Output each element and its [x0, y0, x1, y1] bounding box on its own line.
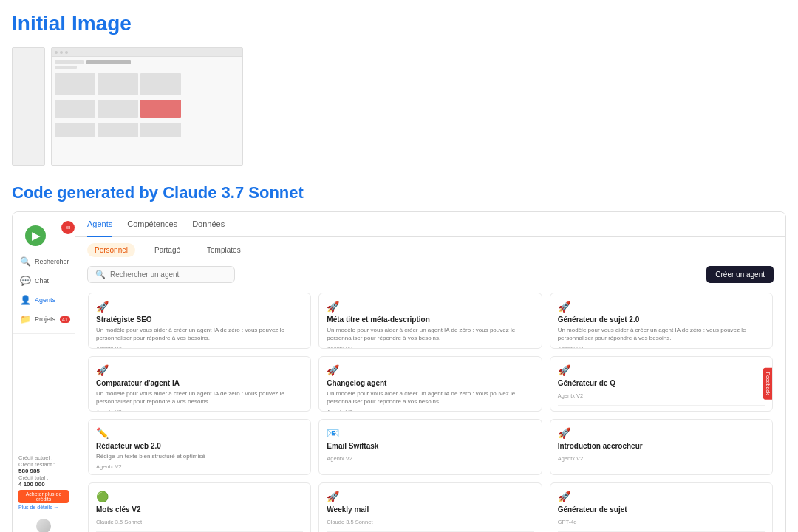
- agent-card: 🚀 Weekly mail Claude 3.5 Sonnet Démarrer…: [318, 482, 542, 533]
- main-tab-compétences[interactable]: Compétences: [127, 212, 177, 237]
- buy-credits-button[interactable]: Acheter plus de crédits: [18, 490, 69, 503]
- sidebar-item-chat[interactable]: 💬 Chat: [13, 271, 75, 290]
- agent-desc: Rédige un texte bien structuré et optimi…: [96, 452, 303, 460]
- sidebar-credits: Crédit actuel : Crédit restant : 580 985…: [13, 450, 75, 514]
- sidebar-icon-Agents: 👤: [20, 295, 30, 305]
- agent-icon: ✏️: [96, 427, 303, 439]
- agent-version: Agentx V2: [327, 409, 533, 412]
- page-wrapper: Initial Image: [0, 0, 798, 532]
- start-chat-link[interactable]: Démarrer un chat: [558, 468, 765, 475]
- sidebar-nav: 🔍 Rechercher 💬 Chat 👤 Agents 📁 Projets 4…: [13, 252, 75, 329]
- agent-card: 🟢 Mots clés V2 Claude 3.5 Sonnet Démarre…: [88, 482, 311, 533]
- image-thumbnail: [12, 47, 45, 166]
- sub-tab-templates[interactable]: Templates: [200, 243, 248, 257]
- sidebar: ▶ 88 🔍 Rechercher 💬 Chat 👤 Agents 📁 Proj…: [13, 212, 75, 532]
- agent-desc: Un modèle pour vous aider à créer un age…: [327, 326, 533, 342]
- start-chat-link[interactable]: Démarrer un chat: [327, 468, 533, 475]
- agent-icon: 📧: [327, 427, 533, 439]
- app-container: ▶ 88 🔍 Rechercher 💬 Chat 👤 Agents 📁 Proj…: [12, 211, 786, 532]
- agent-title: Introduction accrocheur: [558, 442, 765, 450]
- search-create-bar: 🔍 Créer un agent: [75, 263, 785, 289]
- agent-card: 🚀 Stratégiste SEO Un modèle pour vous ai…: [88, 293, 311, 349]
- search-icon: 🔍: [95, 270, 106, 279]
- search-wrapper: 🔍: [87, 266, 235, 283]
- agent-version: Agentx V2: [327, 345, 533, 348]
- sidebar-item-projets[interactable]: 📁 Projets 41: [13, 310, 75, 329]
- agent-version: Agentx V2: [96, 345, 303, 348]
- agent-title: Email Swiftask: [327, 442, 533, 450]
- sidebar-item-rechercher[interactable]: 🔍 Rechercher: [13, 252, 75, 271]
- agent-title: Mots clés V2: [96, 505, 303, 514]
- agent-version: Claude 3.5 Sonnet: [96, 519, 303, 525]
- section-title: Code generated by Claude 3.7 Sonnet: [0, 177, 798, 211]
- agent-version: Agentx V2: [96, 409, 303, 412]
- initial-image-section: [0, 41, 798, 177]
- main-tab-agents[interactable]: Agents: [87, 212, 112, 237]
- image-main: [51, 47, 243, 166]
- agent-card: 📧 Email Swiftask Agentx V2 Démarrer un c…: [318, 419, 542, 475]
- agent-icon: 🟢: [96, 491, 303, 502]
- mockup-content: [52, 57, 242, 165]
- sidebar-notification-badge: 88: [61, 221, 75, 234]
- main-tab-données[interactable]: Données: [192, 212, 225, 237]
- sidebar-divider: [13, 333, 75, 334]
- agent-card: 🚀 Méta titre et méta-description Un modè…: [318, 293, 542, 349]
- credits-details-link[interactable]: Plus de détails →: [18, 505, 69, 510]
- agent-card: ✏️ Rédacteur web 2.0 Rédige un texte bie…: [88, 419, 311, 475]
- agent-desc: Un modèle pour vous aider à créer un age…: [96, 389, 303, 406]
- agent-icon: 🚀: [558, 301, 765, 313]
- agent-icon: 🚀: [96, 364, 303, 376]
- sidebar-icon-Projets: 📁: [20, 314, 30, 324]
- agent-icon: 🚀: [96, 301, 303, 313]
- sidebar-help: Besoin d'aide ?: [13, 514, 75, 532]
- agent-icon: 🚀: [327, 491, 533, 502]
- agent-version: Agentx V2: [558, 455, 765, 462]
- agent-version: Claude 3.5 Sonnet: [327, 519, 533, 525]
- agent-icon: 🚀: [558, 491, 765, 502]
- sidebar-icon-Rechercher: 🔍: [20, 256, 30, 267]
- agent-version: Agentx V2: [327, 455, 533, 462]
- agent-icon: 🚀: [327, 364, 533, 376]
- mockup-bar: [52, 48, 242, 57]
- agent-icon: 🚀: [558, 427, 765, 439]
- start-chat-link[interactable]: Démarrer un chat: [558, 405, 765, 412]
- main-content: AgentsCompétencesDonnées PersonnelPartag…: [75, 212, 785, 532]
- agent-card: 🚀 Comparateur d'agent IA Un modèle pour …: [88, 356, 311, 412]
- agent-title: Weekly mail: [327, 505, 533, 514]
- page-title: Initial Image: [12, 12, 786, 35]
- agent-desc: Un modèle pour vous aider à créer un age…: [558, 326, 765, 342]
- sidebar-item-agents[interactable]: 👤 Agents: [13, 290, 75, 310]
- agent-icon: 🚀: [558, 364, 765, 376]
- agent-title: Comparateur d'agent IA: [96, 379, 303, 387]
- agent-title: Générateur de sujet 2.0: [558, 316, 765, 324]
- sub-tabs: PersonnelPartagéTemplates: [75, 237, 785, 263]
- agent-title: Rédacteur web 2.0: [96, 442, 303, 450]
- feedback-badge: Feedback: [763, 368, 773, 400]
- agent-title: Changelog agent: [327, 379, 533, 387]
- create-agent-button[interactable]: Créer un agent: [706, 266, 774, 283]
- agent-desc: Un modèle pour vous aider à créer un age…: [327, 389, 533, 406]
- agent-version: Agentx V2: [558, 345, 765, 348]
- agent-card: 🚀 Générateur de Q Agentx V2 Démarrer un …: [550, 356, 773, 412]
- agent-title: Générateur de sujet: [558, 505, 765, 514]
- agent-card: 🚀 Introduction accrocheur Agentx V2 Déma…: [550, 419, 773, 475]
- sidebar-icon-Chat: 💬: [20, 276, 30, 286]
- sub-tab-personnel[interactable]: Personnel: [87, 243, 135, 257]
- agent-title: Générateur de Q: [558, 379, 765, 387]
- main-tabs: AgentsCompétencesDonnées: [75, 212, 785, 237]
- sub-tab-partagé[interactable]: Partagé: [147, 243, 188, 257]
- agent-version: GPT-4o: [558, 519, 765, 525]
- agent-version: Agentx V2: [558, 392, 765, 399]
- help-avatar: [36, 519, 51, 532]
- page-header: Initial Image: [0, 0, 798, 41]
- agent-card: 🚀 Changelog agent Un modèle pour vous ai…: [318, 356, 542, 412]
- agent-icon: 🚀: [327, 301, 533, 313]
- agent-version: Agentx V2: [96, 463, 303, 470]
- agent-title: Stratégiste SEO: [96, 316, 303, 324]
- agent-card: 🚀 Générateur de sujet GPT-4o Démarrer un…: [550, 482, 773, 533]
- agents-grid: 🚀 Stratégiste SEO Un modèle pour vous ai…: [75, 289, 785, 532]
- sidebar-logo: ▶: [25, 225, 46, 246]
- agent-desc: Un modèle pour vous aider à créer un age…: [96, 326, 303, 342]
- search-input[interactable]: [110, 270, 214, 279]
- agent-card: 🚀 Générateur de sujet 2.0 Un modèle pour…: [550, 293, 773, 349]
